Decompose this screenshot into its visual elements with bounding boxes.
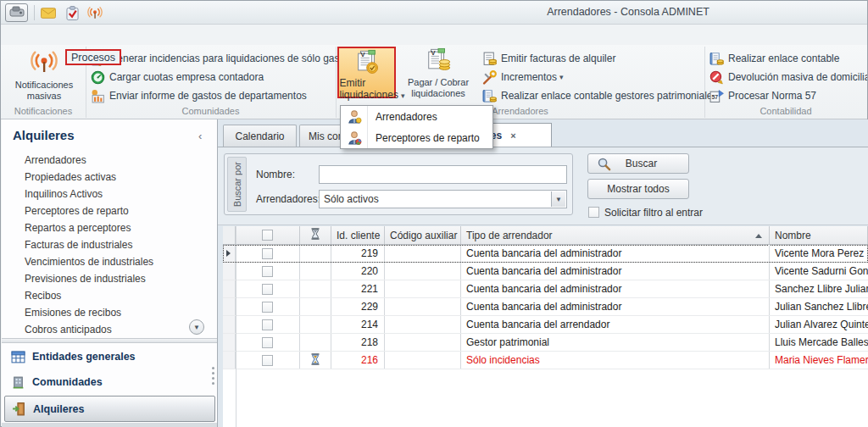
column-header-id[interactable]: Id. cliente bbox=[331, 226, 385, 244]
table-row[interactable]: 218 Gestor patrimonial Lluis Mercade Bal… bbox=[223, 334, 868, 352]
cell-aux bbox=[385, 280, 461, 297]
button-label: Notificaciones masivas bbox=[10, 80, 78, 102]
item-label: Enviar informe de gastos de departamento… bbox=[109, 90, 307, 102]
sidebar-item-emisiones-de-recibos[interactable]: Emisiones de recibos bbox=[25, 307, 194, 322]
generar-incidencias-button[interactable]: Generar incidencias para liquidaciones d… bbox=[91, 50, 353, 67]
column-header-tipo[interactable]: Tipo de arrendador bbox=[461, 226, 770, 244]
svg-text:V: V bbox=[360, 51, 364, 58]
close-tab-icon[interactable]: × bbox=[510, 130, 515, 141]
section-label: Alquileres bbox=[33, 403, 84, 415]
row-checkbox[interactable] bbox=[262, 248, 273, 259]
menu-item-perceptores[interactable]: Perceptores de reparto bbox=[341, 127, 492, 148]
button-label: Mostrar todos bbox=[588, 183, 688, 195]
buscar-por-side-tab: Buscar por bbox=[227, 157, 247, 212]
expand-more-button[interactable]: ▼ bbox=[189, 319, 204, 335]
table-row[interactable]: 219 Cuenta bancaria del administrador Vi… bbox=[223, 245, 868, 263]
content-tab-calendario[interactable]: Calendario bbox=[223, 125, 297, 147]
block-return-icon bbox=[709, 70, 724, 85]
select-value: Sólo activos bbox=[324, 193, 379, 205]
select-all-checkbox-cell[interactable] bbox=[236, 226, 300, 244]
pagar-cobrar-liquidaciones-button[interactable]: V Pagar / Cobrarliquidaciones bbox=[399, 47, 477, 99]
incrementos-button[interactable]: Incrementos ▾ bbox=[482, 69, 564, 86]
cell-nombre: Julian Alvarez Quinter bbox=[770, 316, 868, 333]
realizar-enlace-contable-button[interactable]: Realizar enlace contable bbox=[709, 50, 839, 67]
dropdown-caret-icon: ▾ bbox=[559, 73, 564, 81]
arrendadores-label: Arrendadores: bbox=[256, 193, 320, 205]
item-label: Cargar cuotas empresa contadora bbox=[109, 71, 264, 83]
enviar-informe-button[interactable]: Enviar informe de gastos de departamento… bbox=[91, 87, 307, 104]
emitir-facturas-button[interactable]: Emitir facturas de alquiler bbox=[482, 50, 615, 67]
sidebar-item-arrendadores[interactable]: Arrendadores bbox=[25, 154, 194, 169]
section-label: Comunidades bbox=[32, 376, 103, 388]
broadcast-icon[interactable] bbox=[86, 5, 103, 20]
item-label: Generar incidencias para liquidaciones d… bbox=[109, 53, 353, 64]
sidebar-item-facturas-industriales[interactable]: Facturas de industriales bbox=[25, 239, 194, 254]
column-header-nombre[interactable]: Nombre bbox=[770, 226, 868, 244]
sidebar-item-inquilinos-activos[interactable]: Inquilinos Activos bbox=[25, 188, 194, 203]
app-icon bbox=[9, 6, 25, 20]
row-checkbox[interactable] bbox=[262, 337, 273, 348]
table-row[interactable]: 229 Cuenta bancaria del administrador Ju… bbox=[223, 298, 868, 316]
sidebar-item-recibos[interactable]: Recibos bbox=[25, 290, 194, 305]
row-checkbox[interactable] bbox=[262, 302, 273, 313]
row-checkbox[interactable] bbox=[262, 266, 273, 277]
chevron-down-icon[interactable]: ▼ bbox=[551, 191, 565, 207]
devolucion-masiva-button[interactable]: Devolución masiva de domiciliaciones bbox=[709, 69, 867, 86]
side-tab-label: Buscar por bbox=[232, 162, 242, 207]
table-row-alert[interactable]: 216 Sólo incidencias Maria Nieves Flamer… bbox=[223, 352, 868, 369]
cargar-cuotas-button[interactable]: Cargar cuotas empresa contadora bbox=[91, 69, 264, 86]
tab-label: Mis con bbox=[309, 130, 343, 142]
sidebar-item-vencimientos-industriales[interactable]: Vencimientos de industriales bbox=[25, 256, 194, 271]
table-row[interactable]: 220 Cuenta bancaria del administrador Vi… bbox=[223, 263, 868, 280]
buscar-button[interactable]: Buscar bbox=[587, 153, 689, 174]
sidebar-item-cobros-anticipados[interactable]: Cobros anticipados bbox=[25, 324, 194, 339]
nombre-input[interactable] bbox=[319, 165, 567, 184]
sidebar-item-perceptores-de-reparto[interactable]: Perceptores de reparto bbox=[25, 205, 194, 220]
item-label: Incrementos bbox=[501, 71, 557, 83]
collapse-sidebar-icon[interactable]: ‹ bbox=[198, 130, 202, 142]
mail-icon[interactable] bbox=[40, 5, 57, 20]
sidebar-item-repartos-a-perceptores[interactable]: Repartos a perceptores bbox=[25, 222, 194, 237]
menu-item-arrendadores[interactable]: Arrendadores bbox=[341, 106, 492, 127]
sidebar-section-entidades-generales[interactable]: Entidades generales bbox=[2, 345, 217, 369]
cell-tipo: Cuenta bancaria del administrador bbox=[461, 245, 770, 262]
cell-nombre: Vicente Sadurni Gonza bbox=[770, 263, 868, 280]
cell-tipo: Sólo incidencias bbox=[461, 352, 770, 369]
sidebar-item-propiedades-activas[interactable]: Propiedades activas bbox=[25, 171, 194, 186]
mostrar-todos-button[interactable]: Mostrar todos bbox=[587, 179, 689, 199]
hourglass-icon bbox=[310, 228, 320, 242]
enlace-gestores-button[interactable]: Realizar enlace contable gestores patrim… bbox=[482, 87, 717, 104]
sidebar-splitter[interactable] bbox=[2, 338, 217, 343]
cell-aux bbox=[385, 298, 461, 315]
row-checkbox[interactable] bbox=[262, 319, 273, 330]
cell-tipo: Gestor patrimonial bbox=[461, 334, 770, 351]
row-checkbox[interactable] bbox=[262, 355, 273, 366]
table-row[interactable]: 221 Cuenta bancaria del administrador Sa… bbox=[223, 280, 868, 298]
header-checkbox[interactable] bbox=[262, 230, 273, 241]
chevron-down-icon: ▼ bbox=[193, 324, 200, 331]
cell-aux bbox=[385, 334, 461, 351]
sidebar-item-previsiones-industriales[interactable]: Previsiones de industriales bbox=[25, 273, 194, 288]
column-header-aux[interactable]: Código auxiliar bbox=[385, 226, 461, 244]
table-row[interactable]: 214 Cuenta bancaria del arrendador Julia… bbox=[223, 316, 868, 334]
item-label: Realizar enlace contable gestores patrim… bbox=[501, 90, 717, 102]
sidebar-grip-handle[interactable] bbox=[212, 367, 215, 387]
table-header-row: Id. cliente Código auxiliar Tipo de arre… bbox=[223, 226, 868, 245]
emitir-liquidaciones-icon: V bbox=[354, 49, 380, 77]
sidebar-section-comunidades[interactable]: Comunidades bbox=[2, 370, 217, 394]
checkbox-label: Solicitar filtro al entrar bbox=[604, 207, 703, 219]
procesar-norma-57-button[interactable]: 57 Procesar Norma 57 bbox=[709, 87, 816, 104]
row-checkbox[interactable] bbox=[262, 284, 273, 295]
group-label-comunidades: Comunidades bbox=[86, 106, 336, 118]
arrendadores-select[interactable]: Sólo activos ▼ bbox=[319, 190, 567, 208]
app-menu-button[interactable] bbox=[5, 3, 28, 22]
menu-item-label: Arrendadores bbox=[376, 111, 437, 123]
tools-icon bbox=[482, 70, 497, 85]
solicitar-filtro-checkbox[interactable] bbox=[588, 207, 599, 218]
emitir-liquidaciones-button[interactable]: V Emitir liquidaciones▾ bbox=[337, 47, 396, 98]
sidebar-section-alquileres[interactable]: Alquileres bbox=[4, 396, 215, 422]
tasks-icon[interactable] bbox=[64, 5, 81, 20]
tab-procesos[interactable]: Procesos bbox=[65, 49, 121, 65]
application-window: Arrendadores - Consola ADMINET Principal… bbox=[0, 0, 868, 427]
button-label: Pagar / Cobrarliquidaciones bbox=[408, 77, 469, 99]
